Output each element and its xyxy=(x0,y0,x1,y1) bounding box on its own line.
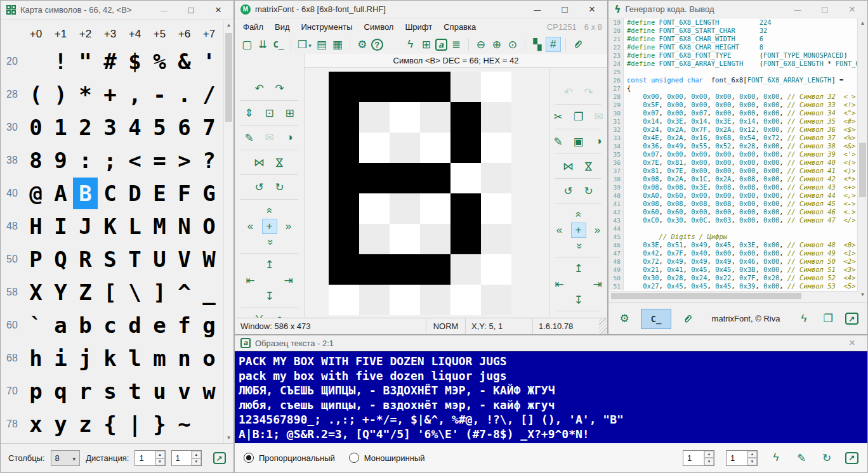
flip-vertical-icon[interactable]: ⋈ xyxy=(582,159,596,173)
char-cell[interactable]: x xyxy=(23,408,48,440)
char-cell[interactable]: 5 xyxy=(147,112,172,143)
minimize-icon[interactable] xyxy=(152,2,175,18)
char-cell[interactable]: } xyxy=(147,408,172,440)
char-cell[interactable]: c xyxy=(98,309,122,341)
char-cell[interactable]: K xyxy=(98,211,122,242)
snap-bottom-icon[interactable]: ↧ xyxy=(263,289,277,303)
char-cell[interactable]: y xyxy=(48,408,73,440)
pixel-cell[interactable] xyxy=(450,193,481,224)
settings-gear-icon[interactable]: ⚙ xyxy=(617,312,631,326)
pixel-cell[interactable] xyxy=(329,133,359,163)
pixel-cell[interactable] xyxy=(420,193,450,224)
char-cell[interactable]: v xyxy=(172,375,197,407)
window-mode-icon[interactable]: ❒ xyxy=(296,37,313,51)
paint-icon[interactable]: ✎ xyxy=(242,131,256,145)
char-cell[interactable]: r xyxy=(73,375,98,407)
char-cell[interactable]: F xyxy=(172,178,197,209)
char-cell[interactable]: H xyxy=(23,211,48,242)
pixel-cell[interactable] xyxy=(329,163,359,193)
pixel-cell[interactable] xyxy=(450,72,481,102)
scroll-down-icon[interactable] xyxy=(858,290,867,300)
zoom-in-icon[interactable]: ⊕ xyxy=(490,37,504,51)
move-icon[interactable]: + xyxy=(263,219,277,233)
char-cell[interactable]: 7 xyxy=(197,112,221,143)
pixel-cell[interactable] xyxy=(329,285,359,315)
generate-icon[interactable]: ϟ xyxy=(769,451,783,465)
snap-right-icon[interactable]: ⇥ xyxy=(591,277,605,291)
char-cell[interactable]: * xyxy=(73,79,98,110)
sample-text-icon[interactable]: a xyxy=(435,39,447,51)
invert-icon[interactable]: ◑ xyxy=(592,134,606,148)
char-cell[interactable]: e xyxy=(147,309,172,341)
char-cell[interactable]: X xyxy=(23,276,48,308)
canvas-size-icon[interactable]: ⊞ xyxy=(283,106,297,120)
pixel-cell[interactable] xyxy=(450,163,481,193)
charmap-scrollbar[interactable] xyxy=(223,20,233,443)
menu-tools[interactable]: Инструменты xyxy=(296,20,358,34)
char-cell[interactable]: i xyxy=(48,342,73,374)
pixel-cell[interactable] xyxy=(481,224,511,254)
pixel-cell[interactable] xyxy=(481,254,511,285)
snap-top-icon[interactable]: ↥ xyxy=(263,257,277,271)
char-cell[interactable]: " xyxy=(73,46,98,77)
pixel-cell[interactable] xyxy=(481,102,511,133)
char-map-icon[interactable]: ⊞ xyxy=(419,37,433,51)
pixel-cell[interactable] xyxy=(359,72,390,102)
char-cell[interactable]: ~ xyxy=(172,408,197,440)
char-cell[interactable]: W xyxy=(197,243,221,275)
codegen-titlebar[interactable]: ϟ Генератор кода. Вывод xyxy=(608,1,867,18)
pixel-cell[interactable] xyxy=(450,133,481,163)
char-cell[interactable]: k xyxy=(98,342,122,374)
char-cell[interactable]: O xyxy=(197,211,221,242)
zoom-out-icon[interactable]: ⊖ xyxy=(474,37,488,51)
charmap-titlebar[interactable]: Карта символов - 66, 42, <B> xyxy=(1,1,233,20)
char-cell[interactable]: @ xyxy=(23,178,48,209)
pixel-cell[interactable] xyxy=(359,133,390,163)
char-cell[interactable]: , xyxy=(122,79,147,110)
row-height-icon[interactable]: ⇕ xyxy=(242,106,256,120)
pixel-cell[interactable] xyxy=(390,285,420,315)
scroll-up-icon[interactable] xyxy=(224,20,233,30)
char-cell[interactable]: ) xyxy=(48,79,73,110)
char-cell[interactable]: \ xyxy=(122,276,147,308)
char-cell[interactable]: L xyxy=(122,211,147,242)
grid-icon[interactable]: # xyxy=(546,37,560,51)
export-icon[interactable]: ↗ xyxy=(845,452,858,464)
char-cell[interactable]: p xyxy=(23,375,48,407)
char-cell[interactable]: Q xyxy=(48,243,73,275)
import-icon[interactable]: ⇊ xyxy=(256,37,270,51)
menu-symbol[interactable]: Символ xyxy=(358,20,400,34)
menu-view[interactable]: Вид xyxy=(269,20,296,34)
spin-up-icon[interactable] xyxy=(747,451,757,458)
attach-icon[interactable] xyxy=(571,37,585,51)
flip-horizontal-icon[interactable]: ⋈ xyxy=(562,159,575,173)
attach-icon[interactable] xyxy=(681,312,695,326)
pixel-cell[interactable] xyxy=(390,102,420,133)
pixel-cell[interactable] xyxy=(450,102,481,133)
char-cell[interactable]: ] xyxy=(147,276,172,308)
close-icon[interactable] xyxy=(841,335,864,351)
char-cell[interactable]: ' xyxy=(197,46,221,77)
scale-y-spinner[interactable]: 1 xyxy=(726,450,758,466)
menu-file[interactable]: Файл xyxy=(237,20,269,34)
pixel-cell[interactable] xyxy=(359,285,390,315)
char-cell[interactable]: I xyxy=(48,211,73,242)
save-icon[interactable]: ▤ xyxy=(315,37,329,51)
maximize-icon[interactable] xyxy=(553,1,576,18)
undo-icon[interactable]: ↶ xyxy=(253,81,266,95)
resize-grip[interactable] xyxy=(599,318,607,334)
new-font-icon[interactable]: ▢ xyxy=(240,37,254,51)
char-cell[interactable]: $ xyxy=(122,46,147,77)
rotate-ccw-icon[interactable]: ↺ xyxy=(562,184,575,198)
char-cell[interactable]: f xyxy=(172,309,197,341)
char-cell[interactable]: - xyxy=(147,79,172,110)
shift-right-icon[interactable]: » xyxy=(282,219,296,233)
pixel-cell[interactable] xyxy=(390,224,420,254)
shift-left-icon[interactable]: « xyxy=(244,219,258,233)
scale-x-spinner[interactable]: 1 xyxy=(683,450,714,466)
shift-up-icon[interactable]: « xyxy=(572,207,586,221)
char-cell[interactable]: u xyxy=(147,375,172,407)
char-cell[interactable]: b xyxy=(73,309,98,341)
char-cell[interactable]: 3 xyxy=(98,112,122,143)
char-cell[interactable]: o xyxy=(197,342,221,374)
